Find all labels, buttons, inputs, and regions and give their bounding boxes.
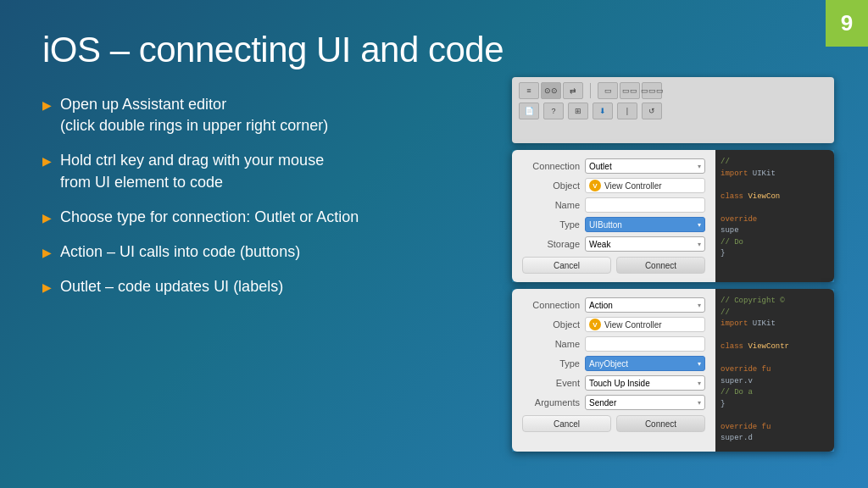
chevron-down-icon: ▾ [698,380,701,387]
code-line: // Do a [721,387,829,399]
name-field[interactable] [585,197,705,213]
event-select[interactable]: Touch Up Inside ▾ [585,375,705,391]
toolbar-pin-icon: ⬇ [593,103,613,119]
xcode-toolbar-screenshot: ≡ ⊙⊙ ⇄ ▭ ▭▭ ▭▭▭ 📄 ? ⊞ ⬇ | [512,77,834,143]
code-line: } [721,399,829,411]
bullet-arrow-icon: ▶ [42,153,52,170]
code-line: import UIKit [721,319,829,330]
code-line: } [721,248,829,260]
name-row: Name [522,336,705,352]
object-row: Object V View Controller [522,178,705,193]
list-item: ▶ Outlet – code updates UI (labels) [42,276,495,297]
toolbar-grid-icon: ⊞ [568,103,588,119]
type-label: Type [522,219,580,230]
arguments-row: Arguments Sender ▾ [522,395,705,410]
cancel-button[interactable]: Cancel [522,257,611,274]
bullet-section: ▶ Open up Assistant editor(click double … [42,94,495,452]
code-line [721,410,829,422]
code-line [721,180,829,191]
bullet-text: Open up Assistant editor(click double ri… [60,94,328,136]
code-line: // Do [721,237,829,249]
toolbar-rings-icon: ⊙⊙ [541,82,561,99]
name-label: Name [522,339,580,349]
bullet-arrow-icon: ▶ [42,280,52,297]
list-item: ▶ Action – UI calls into code (buttons) [42,241,495,263]
code-line: override fu [721,364,829,376]
toolbar-refresh-icon: ↺ [642,103,662,119]
toolbar-multi-view-icon: ▭▭▭ [642,82,662,99]
code-panel-outlet: // import UIKit class ViewCon override s… [715,150,834,282]
toolbar-layout-icon: | [617,103,637,119]
toolbar-separator [590,83,591,98]
object-field: V View Controller [585,317,705,332]
toolbar-list-icon: ≡ [519,82,539,99]
slide-title: iOS – connecting UI and code [42,30,834,70]
storage-select[interactable]: Weak ▾ [585,236,705,252]
toolbar-single-view-icon: ▭ [598,82,618,99]
toolbar-group-left: ≡ ⊙⊙ ⇄ [519,82,583,99]
code-line: // [721,157,829,169]
bullet-arrow-icon: ▶ [42,245,52,262]
view-controller-icon: V [589,319,601,330]
cancel-button[interactable]: Cancel [522,415,611,432]
code-line [721,353,829,365]
object-label: Object [522,319,580,330]
toolbar-dual-view-icon: ▭▭ [620,82,640,99]
toolbar-row-2: 📄 ? ⊞ ⬇ | ↺ [519,103,827,119]
bullet-text: Choose type for connection: Outlet or Ac… [60,207,359,228]
code-line: super.d [721,433,829,445]
chevron-down-icon: ▾ [698,302,701,309]
connection-row: Connection Action ▾ [522,297,705,313]
toolbar-arrows-icon: ⇄ [563,82,583,99]
object-row: Object V View Controller [522,317,705,332]
chevron-down-icon: ▾ [698,360,701,368]
bullet-text: Outlet – code updates UI (labels) [60,276,283,297]
connect-button[interactable]: Connect [616,257,705,274]
list-item: ▶ Choose type for connection: Outlet or … [42,207,495,228]
name-label: Name [522,200,580,210]
object-field: V View Controller [585,178,705,193]
arguments-label: Arguments [522,397,580,408]
outlet-dialog-panel: Connection Outlet ▾ Object V View Contro… [512,150,834,282]
action-dialog-panel: Connection Action ▾ Object V View Contro… [512,289,834,452]
code-line: class ViewContr [721,341,829,353]
content-area: ▶ Open up Assistant editor(click double … [42,94,834,452]
type-select[interactable]: UIButton ▾ [585,217,705,232]
connection-label: Connection [522,300,580,310]
object-label: Object [522,180,580,191]
chevron-down-icon: ▾ [698,163,701,170]
slide-container: 9 iOS – connecting UI and code ▶ Open up… [0,0,868,488]
bullet-arrow-icon: ▶ [42,210,52,227]
code-line: override [721,214,829,226]
storage-row: Storage Weak ▾ [522,236,705,252]
connect-button[interactable]: Connect [616,415,705,432]
code-line [721,202,829,214]
toolbar-info-icon: ? [543,103,564,119]
connection-select[interactable]: Action ▾ [585,297,705,313]
code-line: override fu [721,422,829,434]
code-line: supe [721,225,829,237]
type-select[interactable]: AnyObject ▾ [585,356,705,371]
name-row: Name [522,197,705,213]
outlet-dialog: Connection Outlet ▾ Object V View Contro… [512,150,715,282]
type-row: Type UIButton ▾ [522,217,705,232]
code-line: super.v [721,376,829,388]
connection-row: Connection Outlet ▾ [522,158,705,174]
toolbar-row-1: ≡ ⊙⊙ ⇄ ▭ ▭▭ ▭▭▭ [519,82,827,99]
arguments-select[interactable]: Sender ▾ [585,395,705,410]
event-label: Event [522,378,580,388]
event-row: Event Touch Up Inside ▾ [522,375,705,391]
connection-select[interactable]: Outlet ▾ [585,158,705,174]
outlet-dialog-buttons: Cancel Connect [522,257,705,274]
connection-label: Connection [522,161,580,171]
code-line: // Copyright © [721,296,829,308]
bullet-arrow-icon: ▶ [42,97,52,114]
action-dialog-buttons: Cancel Connect [522,415,705,432]
code-panel-action: // Copyright © // import UIKit class Vie… [715,289,834,452]
view-controller-icon: V [589,180,601,191]
name-field[interactable] [585,336,705,352]
storage-label: Storage [522,239,580,249]
list-item: ▶ Hold ctrl key and drag with your mouse… [42,150,495,192]
code-line: // [721,308,829,319]
code-line: import UIKit [721,169,829,180]
